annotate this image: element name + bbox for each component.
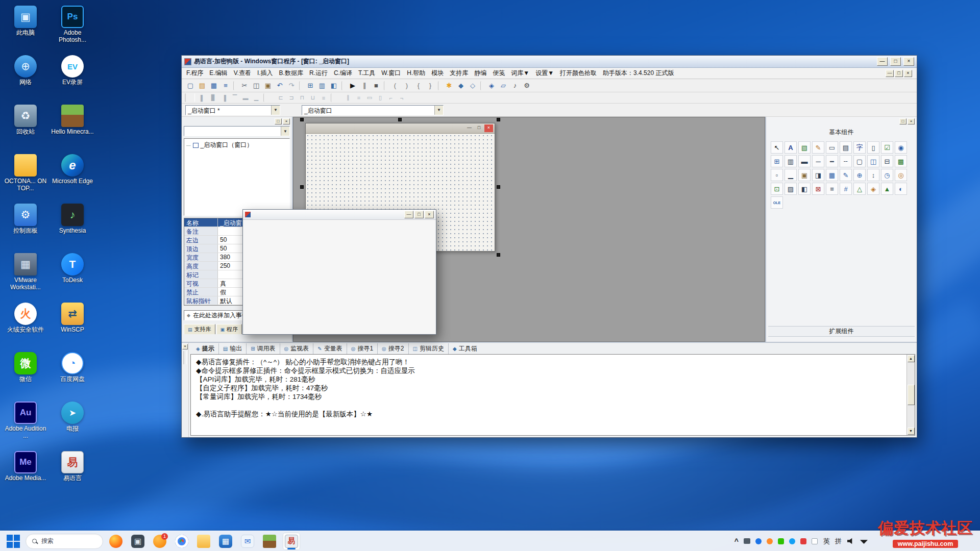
label-icon[interactable]: A <box>785 141 797 154</box>
tray-chevron-up-icon[interactable]: ^ <box>734 537 739 545</box>
list-lines-icon[interactable]: ≡ <box>826 183 838 195</box>
chevron-down-icon[interactable]: ▼ <box>434 106 443 115</box>
assistant-bee-icon[interactable]: ✱ <box>444 81 455 91</box>
easy-language[interactable]: 易 易语言 <box>49 448 96 498</box>
module-icon[interactable]: ◧ <box>328 81 339 91</box>
tray-wechat-icon[interactable] <box>778 538 784 544</box>
adobe-photoshop[interactable]: Ps Adobe Photosh... <box>49 3 96 53</box>
window-combo[interactable]: _启动窗口 ▼ <box>302 105 444 115</box>
note-icon[interactable]: ◨ <box>812 169 824 181</box>
panel-tab[interactable]: ◎ 搜寻1 <box>347 343 378 354</box>
mdi-close-button[interactable]: × <box>904 70 912 77</box>
vmware-workstation[interactable]: ▦ VMware Workstati... <box>2 251 49 300</box>
menu-item[interactable]: V.查看 <box>231 68 254 79</box>
preview-close-button[interactable]: × <box>425 211 434 218</box>
ink-pen-icon[interactable]: ✎ <box>840 169 852 181</box>
close-box-icon[interactable]: ⊠ <box>812 183 824 195</box>
menu-item[interactable]: R.运行 <box>306 68 331 79</box>
tray-bluetooth-icon[interactable] <box>755 538 762 544</box>
close-button[interactable]: × <box>903 57 914 66</box>
run-icon[interactable]: ▶ <box>347 81 358 91</box>
mdi-restore-button[interactable]: □ <box>895 70 903 77</box>
ev-capture[interactable]: EV EV录屏 <box>49 53 96 102</box>
resize-handle[interactable] <box>300 185 304 189</box>
menu-item[interactable]: 静编 <box>471 68 489 79</box>
chevron-down-icon[interactable]: ▼ <box>281 127 289 136</box>
same-size-icon[interactable]: ⊓ <box>297 93 307 102</box>
toolbar-separator[interactable] <box>233 81 237 90</box>
open-file-icon[interactable]: ▤ <box>197 81 208 91</box>
redo-icon[interactable]: ↷ <box>286 81 297 91</box>
sheet-icon[interactable]: ▨ <box>785 183 797 195</box>
panel-tab[interactable]: ◎ 监视表 <box>280 343 314 354</box>
taskbar-app-blue-icon[interactable]: ▦ <box>217 533 234 550</box>
save-all-icon[interactable]: ≡ <box>220 81 231 91</box>
panel-restore-icon[interactable]: □ <box>899 118 906 124</box>
this-pc[interactable]: ▣ 此电脑 <box>2 3 49 53</box>
rich-edit-icon[interactable]: ▤ <box>840 141 852 154</box>
resize-handle[interactable] <box>398 118 402 121</box>
member-combo[interactable]: ▼ <box>184 126 290 136</box>
form-designer-icon[interactable]: ⊞ <box>305 81 316 91</box>
menu-item[interactable]: E.编辑 <box>206 68 230 79</box>
menu-item[interactable]: I.插入 <box>254 68 276 79</box>
wechat[interactable]: 微 微信 <box>2 349 49 399</box>
preview-minimize-button[interactable]: — <box>404 211 413 218</box>
hash-grid-icon[interactable]: # <box>840 183 852 195</box>
panel-tab[interactable]: ◫ 剪辑历史 <box>409 343 449 354</box>
same-height-icon[interactable]: ⊐ <box>286 93 297 102</box>
align-right-icon[interactable]: ▐ <box>219 93 229 102</box>
input-language-indicator[interactable]: 拼 <box>835 537 842 546</box>
bring-front-icon[interactable]: ▭ <box>364 93 375 102</box>
maximize-button[interactable]: □ <box>890 57 901 66</box>
title-bar[interactable]: 易语言-加密狗版 - Windows窗口程序 - [窗口: _启动窗口] — □… <box>182 56 917 68</box>
scrollbar-thumb[interactable] <box>908 385 915 405</box>
card-icon[interactable]: ⊟ <box>881 155 893 167</box>
panel-close-icon[interactable]: × <box>908 118 915 124</box>
toolbar-grip[interactable] <box>185 93 195 102</box>
menu-item[interactable]: 设置▼ <box>532 68 557 79</box>
speaker-icon[interactable]: ♪ <box>509 81 521 91</box>
network[interactable]: ⊕ 网络 <box>2 53 49 102</box>
copy-icon[interactable]: ◫ <box>251 81 262 91</box>
group-frame-icon[interactable]: ▢ <box>853 155 866 167</box>
table-icon[interactable]: ⊞ <box>771 155 783 167</box>
mdi-minimize-button[interactable]: — <box>886 70 894 77</box>
center-h-icon[interactable]: ∥ <box>343 93 353 102</box>
taskbar-easy-language-icon[interactable]: 易 <box>283 533 300 550</box>
input-language-indicator[interactable]: 英 <box>823 537 830 546</box>
send-back-icon[interactable]: ▯ <box>375 93 385 102</box>
menu-item[interactable]: C.编译 <box>331 68 355 79</box>
chart-icon[interactable]: ▲ <box>881 183 893 195</box>
new-file-icon[interactable]: ▢ <box>185 81 196 91</box>
preview-title-bar[interactable]: — □ × <box>243 210 436 220</box>
tray-netdisk-icon[interactable] <box>800 538 806 544</box>
menu-item[interactable]: 词库▼ <box>508 68 532 79</box>
picture-box-icon[interactable]: ▧ <box>798 141 811 154</box>
bracket-close-icon[interactable]: ) <box>401 81 412 91</box>
taskbar-chrome-icon[interactable] <box>173 533 190 550</box>
report-icon[interactable]: ▦ <box>826 169 838 181</box>
dial-icon[interactable]: ◎ <box>895 169 907 181</box>
input-line-icon[interactable]: ▁ <box>785 169 797 181</box>
menu-item[interactable]: H.帮助 <box>404 68 428 79</box>
lock-controls-icon[interactable]: ¬ <box>397 93 407 102</box>
start-button[interactable] <box>5 533 21 549</box>
form-close-button[interactable]: × <box>484 124 493 132</box>
h-line-icon[interactable]: ─ <box>812 155 824 167</box>
menu-item[interactable]: 模块 <box>428 68 447 79</box>
align-top-icon[interactable]: ▔ <box>230 93 240 102</box>
calendar-icon[interactable]: ⊡ <box>771 183 783 195</box>
tree-item-window[interactable]: ─ _启动窗口（窗口） <box>186 141 287 149</box>
align-h-center-icon[interactable]: ▊ <box>208 93 218 102</box>
panel-tab[interactable]: ◈ 提示 <box>192 343 219 354</box>
adobe-audition[interactable]: Au Adobe Audition ... <box>2 399 49 448</box>
preview-maximize-button[interactable]: □ <box>414 211 424 218</box>
small-frame-icon[interactable]: ▫ <box>771 169 783 181</box>
tray-huorong-icon[interactable] <box>767 538 773 544</box>
button-icon[interactable]: ▯ <box>867 141 879 154</box>
splitter-icon[interactable]: ◧ <box>798 183 811 195</box>
minimize-button[interactable]: — <box>877 57 888 66</box>
album-icon[interactable]: ◫ <box>867 155 879 167</box>
thick-line-icon[interactable]: ━ <box>826 155 838 167</box>
